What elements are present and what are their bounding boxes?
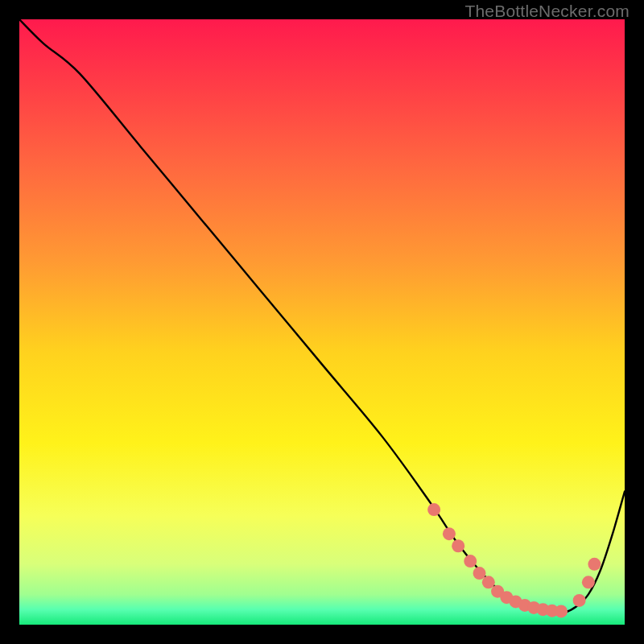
highlight-marker <box>464 555 477 568</box>
highlight-marker <box>482 576 495 588</box>
highlight-marker <box>452 539 464 552</box>
highlight-marker <box>427 503 440 516</box>
highlight-marker <box>573 594 586 607</box>
chart-frame <box>19 19 625 625</box>
highlight-marker <box>473 567 486 580</box>
bottleneck-chart <box>19 19 625 625</box>
watermark-text: TheBottleNecker.com <box>464 2 630 21</box>
highlight-marker <box>443 527 456 540</box>
highlight-marker <box>582 576 595 588</box>
highlight-marker <box>588 558 601 571</box>
highlight-marker <box>555 605 568 617</box>
